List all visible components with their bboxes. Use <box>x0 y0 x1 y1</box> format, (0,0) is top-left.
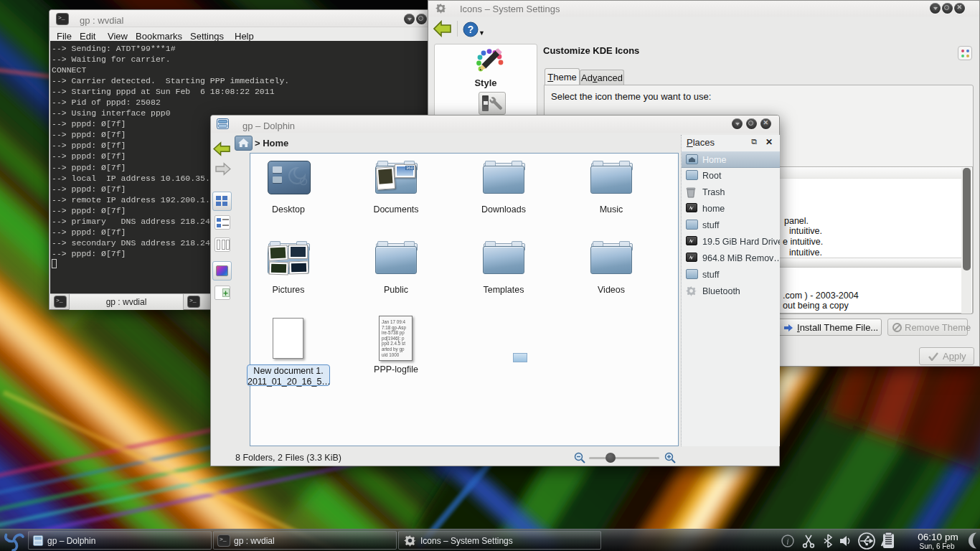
svg-text:?: ? <box>468 24 474 35</box>
svg-text:i: i <box>786 537 788 547</box>
